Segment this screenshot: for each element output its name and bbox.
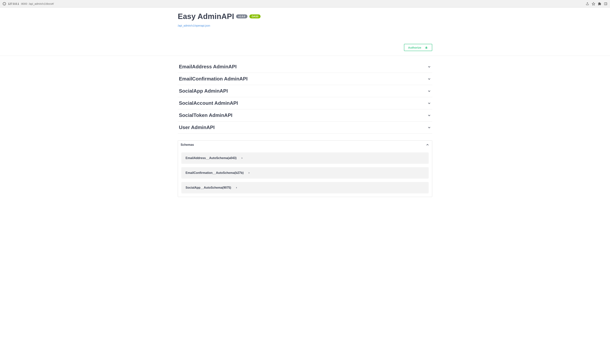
- tag-row[interactable]: EmailConfirmation AdminAPI: [178, 73, 432, 85]
- url-port: :8000: [21, 2, 27, 5]
- schema-name: EmailAddress__AutoSchema(a043): [186, 156, 237, 160]
- browser-action-icons: [586, 2, 607, 5]
- extensions-icon[interactable]: [598, 2, 601, 5]
- site-info-icon[interactable]: [3, 2, 6, 5]
- openapi-spec-link[interactable]: /api_admin/v1/openapi.json: [178, 24, 432, 27]
- lock-icon: [425, 46, 428, 49]
- url-host: 127.0.0.1: [8, 2, 19, 5]
- tag-row[interactable]: EmailAddress AdminAPI: [178, 61, 432, 73]
- chevron-down-icon: [427, 114, 431, 117]
- chevron-down-icon: [427, 89, 431, 93]
- tag-title: EmailConfirmation AdminAPI: [179, 76, 248, 82]
- schema-name: SocialApp__AutoSchema(9075): [186, 186, 231, 189]
- schemas-header[interactable]: Schemas: [178, 141, 432, 149]
- api-title: Easy AdminAPI: [178, 12, 234, 21]
- version-badge: v1.0.0: [236, 14, 247, 18]
- tag-title: SocialAccount AdminAPI: [179, 100, 238, 106]
- schema-item[interactable]: EmailAddress__AutoSchema(a043): [181, 152, 429, 164]
- authorize-button[interactable]: Authorize: [404, 44, 432, 51]
- schemas-title: Schemas: [181, 143, 194, 146]
- browser-location-bar: 127.0.0.1:8000/api_admin/v1/docs#/: [0, 0, 610, 8]
- chevron-up-icon: [425, 143, 429, 147]
- tag-row[interactable]: User AdminAPI: [178, 121, 432, 134]
- bookmark-star-icon[interactable]: [592, 2, 595, 5]
- chevron-right-icon: [235, 186, 238, 190]
- side-panel-icon[interactable]: [604, 2, 607, 5]
- oas-badge: OAS3: [249, 14, 261, 18]
- tag-title: SocialApp AdminAPI: [179, 88, 228, 94]
- share-icon[interactable]: [586, 2, 589, 5]
- authorize-row: Authorize: [174, 31, 436, 56]
- tag-row[interactable]: SocialAccount AdminAPI: [178, 97, 432, 109]
- svg-marker-3: [592, 2, 595, 5]
- authorize-label: Authorize: [408, 46, 421, 49]
- chevron-right-icon: [240, 156, 244, 160]
- schema-item[interactable]: EmailConfirmation__AutoSchema(b27b): [181, 167, 429, 179]
- tag-title: SocialToken AdminAPI: [179, 112, 232, 118]
- schemas-section: Schemas EmailAddress__AutoSchema(a043)Em…: [178, 141, 432, 197]
- tag-title: User AdminAPI: [179, 125, 215, 130]
- chevron-down-icon: [427, 101, 431, 105]
- schema-name: EmailConfirmation__AutoSchema(b27b): [186, 171, 244, 175]
- chevron-down-icon: [427, 126, 431, 130]
- url-path: /api_admin/v1/docs#/: [29, 2, 54, 5]
- chevron-down-icon: [427, 65, 431, 69]
- schema-item[interactable]: SocialApp__AutoSchema(9075): [181, 182, 429, 193]
- tag-row[interactable]: SocialToken AdminAPI: [178, 109, 432, 121]
- url-display[interactable]: 127.0.0.1:8000/api_admin/v1/docs#/: [8, 2, 584, 5]
- svg-rect-4: [604, 3, 607, 5]
- api-header: Easy AdminAPI v1.0.0 OAS3 /api_admin/v1/…: [174, 8, 436, 31]
- tag-row[interactable]: SocialApp AdminAPI: [178, 85, 432, 97]
- chevron-down-icon: [427, 77, 431, 81]
- chevron-right-icon: [247, 171, 251, 175]
- tag-title: EmailAddress AdminAPI: [179, 64, 237, 70]
- main-content: EmailAddress AdminAPIEmailConfirmation A…: [174, 56, 436, 205]
